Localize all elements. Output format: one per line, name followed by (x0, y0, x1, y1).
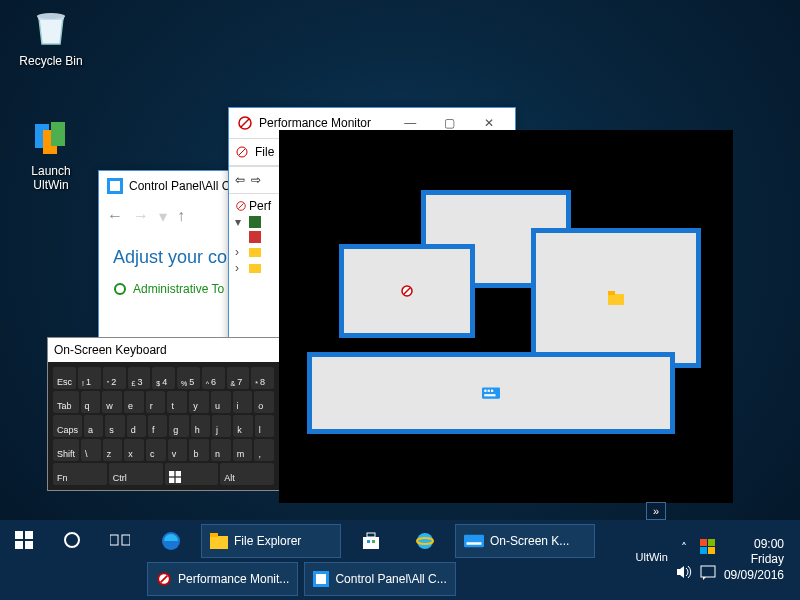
key-4[interactable]: $4 (152, 367, 175, 389)
key-caps[interactable]: Caps (53, 415, 82, 437)
forward-icon[interactable]: ⇨ (251, 173, 261, 187)
taskbar-perfmon[interactable]: Performance Monit... (147, 562, 298, 596)
mini-window[interactable] (531, 228, 701, 368)
key-g[interactable]: g (169, 415, 188, 437)
key-esc[interactable]: Esc (53, 367, 76, 389)
titlebar[interactable]: On-Screen Keyboard (48, 338, 279, 362)
folder-icon (608, 291, 624, 305)
key-f[interactable]: f (148, 415, 167, 437)
back-icon[interactable]: ← (107, 207, 123, 225)
key-[interactable]: , (254, 439, 274, 461)
key-u[interactable]: u (211, 391, 231, 413)
taskbar-edge[interactable] (147, 524, 195, 558)
key-5[interactable]: %5 (177, 367, 200, 389)
key-alt[interactable]: Alt (220, 463, 274, 485)
perfmon-icon (237, 115, 253, 131)
system-tray: UltWin ˄ 09:00 Friday 09/09/2016 (628, 520, 800, 600)
svg-rect-62 (708, 547, 715, 554)
key-i[interactable]: i (233, 391, 253, 413)
start-button[interactable] (0, 520, 48, 560)
keyboard-icon (482, 387, 500, 399)
svg-point-8 (115, 284, 125, 294)
svg-rect-15 (249, 216, 261, 228)
chevron-up-icon[interactable]: ˄ (681, 541, 687, 555)
key-d[interactable]: d (127, 415, 146, 437)
svg-rect-39 (15, 541, 23, 549)
svg-rect-31 (608, 291, 615, 295)
key-m[interactable]: m (233, 439, 253, 461)
svg-rect-49 (367, 540, 370, 543)
ultwin-tray-label[interactable]: » (646, 502, 666, 520)
flag-icon[interactable] (700, 539, 716, 555)
ultwin-overview[interactable] (279, 130, 733, 503)
taskbar: File Explorer On-Screen K... Performance… (0, 520, 800, 600)
action-center-icon[interactable] (700, 565, 716, 581)
svg-point-51 (417, 533, 433, 549)
key-o[interactable]: o (254, 391, 274, 413)
key-a[interactable]: a (84, 415, 103, 437)
key-y[interactable]: y (189, 391, 209, 413)
svg-rect-37 (15, 531, 23, 539)
svg-rect-58 (316, 574, 326, 584)
speaker-icon[interactable] (676, 565, 692, 579)
mini-window[interactable] (339, 244, 475, 338)
key-k[interactable]: k (233, 415, 252, 437)
taskbar-ultwin[interactable]: UltWin (636, 551, 668, 563)
key-fn[interactable]: Fn (53, 463, 107, 485)
key-c[interactable]: c (146, 439, 166, 461)
key-l[interactable]: l (255, 415, 274, 437)
recycle-bin-icon (29, 6, 73, 50)
desktop-icon-launch-ultwin[interactable]: Launch UltWin (13, 116, 89, 192)
back-icon[interactable]: ⇦ (235, 173, 245, 187)
taskbar-store[interactable] (347, 524, 395, 558)
key-[interactable]: \ (81, 439, 101, 461)
forward-icon[interactable]: → (133, 207, 149, 225)
key-w[interactable]: w (102, 391, 122, 413)
key-q[interactable]: q (81, 391, 101, 413)
cortana-button[interactable] (48, 520, 96, 560)
key-ctrl[interactable]: Ctrl (109, 463, 163, 485)
key-z[interactable]: z (103, 439, 123, 461)
key-r[interactable]: r (146, 391, 166, 413)
key-shift[interactable]: Shift (53, 439, 79, 461)
window-on-screen-keyboard[interactable]: On-Screen Keyboard Esc!1"2£3$4%5^6&7*8 T… (47, 337, 280, 491)
key-e[interactable]: e (124, 391, 144, 413)
key-x[interactable]: x (124, 439, 144, 461)
key-v[interactable]: v (168, 439, 188, 461)
taskbar-osk[interactable]: On-Screen K... (455, 524, 595, 558)
svg-rect-18 (249, 264, 261, 273)
close-button[interactable]: ✕ (471, 116, 507, 130)
svg-rect-60 (708, 539, 715, 546)
maximize-button[interactable]: ▢ (432, 116, 468, 130)
taskbar-control-panel[interactable]: Control Panel\All C... (304, 562, 455, 596)
key-s[interactable]: s (105, 415, 124, 437)
key-3[interactable]: £3 (128, 367, 151, 389)
task-view-button[interactable] (96, 520, 144, 560)
key-6[interactable]: ^6 (202, 367, 225, 389)
key-win[interactable] (165, 463, 219, 485)
up-icon[interactable]: ↑ (177, 207, 185, 225)
svg-rect-17 (249, 248, 261, 257)
desktop-icon-recycle-bin[interactable]: Recycle Bin (13, 6, 89, 68)
desktop-icon-label: Launch UltWin (13, 164, 89, 192)
key-j[interactable]: j (212, 415, 231, 437)
taskbar-ie[interactable] (401, 524, 449, 558)
key-7[interactable]: &7 (227, 367, 250, 389)
menu-file[interactable]: File (255, 145, 274, 159)
key-n[interactable]: n (211, 439, 231, 461)
key-t[interactable]: t (167, 391, 187, 413)
key-2[interactable]: "2 (103, 367, 126, 389)
perfmon-icon (235, 200, 245, 212)
key-b[interactable]: b (189, 439, 209, 461)
mini-window[interactable] (307, 352, 675, 434)
key-h[interactable]: h (191, 415, 210, 437)
svg-rect-61 (700, 547, 707, 554)
file-menu-icon (235, 145, 249, 159)
svg-rect-50 (372, 540, 375, 543)
key-8[interactable]: *8 (251, 367, 274, 389)
key-1[interactable]: !1 (78, 367, 101, 389)
key-tab[interactable]: Tab (53, 391, 79, 413)
minimize-button[interactable]: — (392, 116, 428, 130)
taskbar-file-explorer[interactable]: File Explorer (201, 524, 341, 558)
clock[interactable]: 09:00 Friday 09/09/2016 (724, 537, 792, 584)
